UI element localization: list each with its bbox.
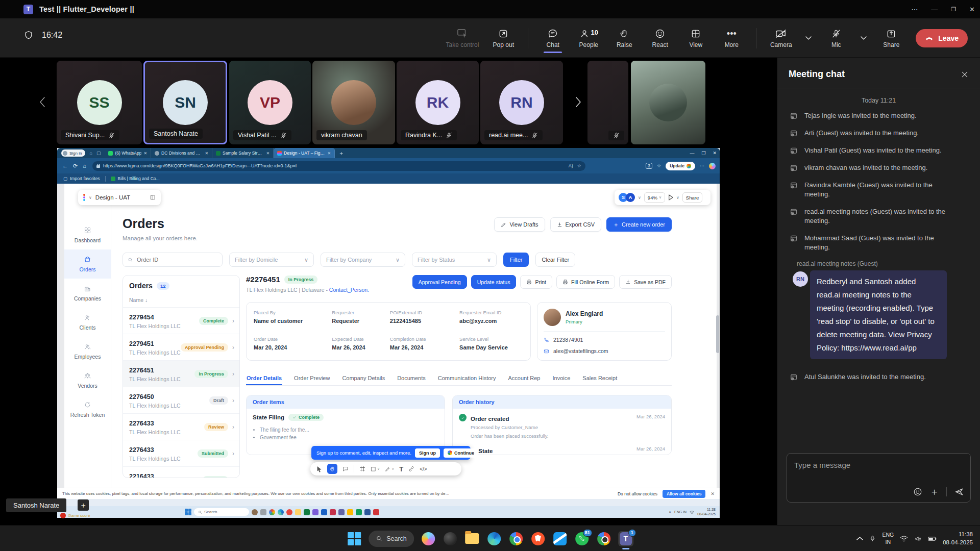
order-row[interactable]: 2279454TL Flex Holdings LLC Complete› (123, 308, 239, 334)
name-column-header[interactable]: Name ↓ (123, 295, 239, 308)
participant-tile-active-speaker[interactable]: SN Santosh Narate (143, 61, 227, 144)
order-row[interactable]: 2276450TL Flex Holdings LLC Draft› (123, 387, 239, 414)
chat-close-icon[interactable] (961, 70, 969, 79)
order-id-search[interactable] (122, 253, 223, 267)
browser-maximize-icon[interactable]: ❐ (701, 151, 705, 156)
attach-plus-icon[interactable]: ＋ (929, 487, 939, 496)
shared-search-box[interactable]: Search (194, 508, 249, 516)
participant-tile[interactable]: RN read.ai mee... (480, 61, 563, 144)
teams-app-icon-active[interactable]: T1 (618, 531, 633, 546)
shape-tool-icon[interactable]: ∨ (371, 466, 380, 472)
sign-up-button[interactable]: Sign up (415, 448, 440, 458)
chat-input-box[interactable]: ＋ (787, 453, 971, 503)
browser-tab[interactable]: DC Divisions and Surroundings✕ (151, 148, 212, 158)
order-id-input[interactable] (137, 257, 217, 263)
whatsapp-app-icon[interactable]: 81 (574, 531, 590, 546)
order-row[interactable]: 2216433TL Flex Holdings LLC Created› (123, 467, 239, 478)
tab-close-icon[interactable]: ✕ (143, 151, 147, 156)
tab-close-icon[interactable]: ✕ (266, 151, 270, 156)
send-icon[interactable] (954, 487, 964, 497)
presenter-add-icon[interactable]: ＋ (78, 499, 89, 511)
volume-icon[interactable] (914, 535, 922, 542)
sidebar-item-refresh-token[interactable]: Refresh Token (64, 395, 111, 424)
google-continue-button[interactable]: Continue (444, 448, 478, 458)
tray-chevron-icon[interactable]: ∧ (669, 510, 671, 514)
collaborator-avatar[interactable]: A (626, 193, 635, 202)
link-tool-icon[interactable] (408, 466, 414, 472)
taskbar-app-icon[interactable] (295, 509, 301, 515)
camera-chevron-icon[interactable] (805, 36, 812, 40)
present-icon[interactable] (668, 194, 673, 201)
browser-tab[interactable]: (6) WhatsApp✕ (105, 148, 151, 158)
update-status-button[interactable]: Update status (471, 275, 517, 289)
tab-sales-receipt[interactable]: Sales Receipt (582, 372, 618, 385)
chevron-down-icon[interactable]: ∨ (638, 195, 641, 200)
language-indicator[interactable]: ENGIN (882, 532, 894, 545)
view-drafts-button[interactable]: View Drafts (494, 217, 545, 232)
order-row[interactable]: 2276433TL Flex Holdings LLC Submitted› (123, 440, 239, 467)
minimize-icon[interactable]: — (931, 6, 938, 13)
maximize-icon[interactable]: ❐ (951, 6, 956, 13)
people-button[interactable]: 10 People (577, 29, 600, 48)
favorites-bar-icon[interactable]: ☆ (657, 163, 661, 168)
update-browser-button[interactable]: Update (666, 162, 695, 170)
participant-tile[interactable]: VP Vishal Patil ... (229, 61, 311, 144)
browser-tab[interactable]: Sample Salary Structure with calc✕ (212, 148, 274, 158)
comment-tool-icon[interactable] (342, 466, 349, 472)
sidebar-item-employees[interactable]: Employees (64, 337, 111, 366)
taskbar-app-icon[interactable] (312, 509, 318, 515)
tray-expand-icon[interactable] (856, 536, 863, 541)
view-button[interactable]: View (684, 29, 707, 48)
taskbar-app-icon[interactable] (269, 509, 275, 515)
participant-tile-video[interactable] (631, 61, 705, 144)
filmstrip-prev-icon[interactable] (39, 96, 46, 108)
new-tab-icon[interactable]: ＋ (338, 149, 344, 157)
tab-invoice[interactable]: Invoice (552, 372, 571, 385)
back-icon[interactable]: ← (62, 163, 68, 169)
pen-tool-icon[interactable]: ∨ (385, 466, 394, 472)
vscode-app-icon[interactable] (552, 531, 568, 546)
close-icon[interactable]: ✕ (969, 6, 975, 13)
read-aloud-icon[interactable]: A) (569, 163, 573, 168)
order-row[interactable]: 2276433TL Flex Holdings LLC Review› (123, 414, 239, 440)
favorite-star-icon[interactable]: ☆ (577, 163, 581, 168)
figma-share-button[interactable]: Share (682, 192, 702, 203)
participant-tile[interactable]: SS Shivani Sup... (57, 61, 142, 144)
taskbar-app-icon[interactable] (373, 509, 379, 515)
tab-actions-icon[interactable]: ▢ (96, 151, 101, 156)
tray-lang[interactable]: ENG IN (674, 510, 687, 514)
chrome-profile-app-icon[interactable] (596, 531, 611, 546)
taskbar-app-icon[interactable] (330, 509, 336, 515)
bookmark-item[interactable]: Bills | Billing and Co... (111, 176, 160, 181)
clear-filter-button[interactable]: Clear Filter (535, 253, 575, 267)
tab-order-preview[interactable]: Order Preview (293, 372, 330, 385)
split-screen-icon[interactable]: 3 (646, 163, 652, 169)
layout-columns-icon[interactable] (150, 194, 156, 201)
tab-close-icon[interactable]: ✕ (205, 151, 208, 156)
battery-icon[interactable] (928, 536, 937, 542)
copilot-app-icon[interactable] (421, 531, 436, 546)
figma-file-menu[interactable]: ∨ Design - UAT (78, 190, 161, 205)
mic-button[interactable]: Mic (825, 29, 847, 48)
text-tool-icon[interactable]: T (399, 465, 403, 473)
fill-online-form-button[interactable]: Fill Online Form (556, 275, 615, 289)
taskbar-app-icon[interactable] (286, 509, 292, 515)
tab-close-icon[interactable]: ✕ (327, 151, 331, 156)
raise-hand-button[interactable]: Raise (613, 29, 635, 48)
sidebar-item-dashboard[interactable]: Dashboard (64, 220, 111, 249)
code-tool-icon[interactable]: </> (420, 466, 427, 472)
participant-tile[interactable] (587, 61, 628, 144)
address-bar[interactable]: https://www.figma.com/design/9BKQ0FOHRWa… (92, 161, 585, 171)
contact-person-link[interactable]: Contact_Person. (329, 287, 369, 293)
dark-app-icon[interactable] (443, 531, 458, 546)
chevron-down-icon[interactable]: ∨ (676, 195, 679, 200)
shared-start-icon[interactable] (185, 509, 191, 515)
participant-tile-video[interactable]: vikram chavan (312, 61, 395, 144)
copilot-icon[interactable] (709, 163, 716, 169)
sidebar-item-orders[interactable]: Orders (64, 249, 111, 279)
frame-tool-icon[interactable] (359, 466, 365, 472)
brave-app-icon[interactable] (530, 531, 546, 546)
participant-tile[interactable]: RK Ravindra K... (397, 61, 479, 144)
tab-communication-history[interactable]: Communication History (437, 372, 497, 385)
browser-minimize-icon[interactable]: — (690, 151, 694, 156)
